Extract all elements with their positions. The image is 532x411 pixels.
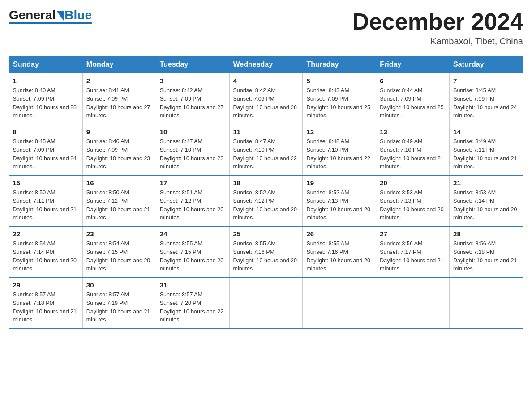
title-section: December 2024 Kambaxoi, Tibet, China xyxy=(352,9,523,47)
day-number: 16 xyxy=(86,179,152,187)
header-thursday: Thursday xyxy=(303,56,376,73)
day-number: 12 xyxy=(306,128,372,136)
day-info: Sunrise: 8:53 AM Sunset: 7:13 PM Dayligh… xyxy=(380,188,446,222)
logo-underline xyxy=(9,22,92,24)
page-header: General Blue December 2024 Kambaxoi, Tib… xyxy=(9,9,523,47)
day-number: 24 xyxy=(160,230,226,238)
day-number: 6 xyxy=(380,77,446,85)
day-number: 22 xyxy=(13,230,79,238)
day-info: Sunrise: 8:50 AM Sunset: 7:11 PM Dayligh… xyxy=(13,188,79,222)
day-number: 26 xyxy=(306,230,372,238)
calendar-week-4: 22 Sunrise: 8:54 AM Sunset: 7:14 PM Dayl… xyxy=(9,226,523,277)
day-number: 28 xyxy=(453,230,519,238)
calendar-week-3: 15 Sunrise: 8:50 AM Sunset: 7:11 PM Dayl… xyxy=(9,175,523,226)
calendar-cell: 29 Sunrise: 8:57 AM Sunset: 7:18 PM Dayl… xyxy=(9,277,83,328)
day-info: Sunrise: 8:44 AM Sunset: 7:09 PM Dayligh… xyxy=(380,86,446,120)
calendar-cell: 31 Sunrise: 8:57 AM Sunset: 7:20 PM Dayl… xyxy=(156,277,229,328)
calendar-cell: 11 Sunrise: 8:47 AM Sunset: 7:10 PM Dayl… xyxy=(229,124,303,175)
location-text: Kambaxoi, Tibet, China xyxy=(352,36,523,47)
calendar-cell: 7 Sunrise: 8:45 AM Sunset: 7:09 PM Dayli… xyxy=(450,73,523,124)
day-number: 23 xyxy=(86,230,152,238)
calendar-cell: 30 Sunrise: 8:57 AM Sunset: 7:19 PM Dayl… xyxy=(82,277,156,328)
calendar-cell: 13 Sunrise: 8:49 AM Sunset: 7:10 PM Dayl… xyxy=(376,124,450,175)
calendar-cell: 15 Sunrise: 8:50 AM Sunset: 7:11 PM Dayl… xyxy=(9,175,83,226)
calendar-cell: 21 Sunrise: 8:53 AM Sunset: 7:14 PM Dayl… xyxy=(450,175,523,226)
day-info: Sunrise: 8:56 AM Sunset: 7:18 PM Dayligh… xyxy=(453,240,519,273)
day-info: Sunrise: 8:52 AM Sunset: 7:13 PM Dayligh… xyxy=(306,188,372,222)
day-number: 18 xyxy=(233,179,299,187)
calendar-cell: 12 Sunrise: 8:48 AM Sunset: 7:10 PM Dayl… xyxy=(303,124,376,175)
calendar-cell: 10 Sunrise: 8:47 AM Sunset: 7:10 PM Dayl… xyxy=(156,124,229,175)
day-info: Sunrise: 8:42 AM Sunset: 7:09 PM Dayligh… xyxy=(160,86,226,120)
calendar-cell: 25 Sunrise: 8:55 AM Sunset: 7:16 PM Dayl… xyxy=(229,226,303,277)
day-number: 27 xyxy=(380,230,446,238)
calendar-cell: 1 Sunrise: 8:40 AM Sunset: 7:09 PM Dayli… xyxy=(9,73,83,124)
calendar-cell: 3 Sunrise: 8:42 AM Sunset: 7:09 PM Dayli… xyxy=(156,73,229,124)
calendar-cell: 24 Sunrise: 8:55 AM Sunset: 7:15 PM Dayl… xyxy=(156,226,229,277)
day-info: Sunrise: 8:45 AM Sunset: 7:09 PM Dayligh… xyxy=(453,86,519,120)
calendar-cell xyxy=(376,277,450,328)
header-sunday: Sunday xyxy=(9,56,83,73)
calendar-cell: 18 Sunrise: 8:52 AM Sunset: 7:12 PM Dayl… xyxy=(229,175,303,226)
day-number: 20 xyxy=(380,179,446,187)
calendar-cell: 28 Sunrise: 8:56 AM Sunset: 7:18 PM Dayl… xyxy=(450,226,523,277)
day-number: 21 xyxy=(453,179,519,187)
calendar-week-2: 8 Sunrise: 8:45 AM Sunset: 7:09 PM Dayli… xyxy=(9,124,523,175)
calendar-cell: 14 Sunrise: 8:49 AM Sunset: 7:11 PM Dayl… xyxy=(450,124,523,175)
day-number: 29 xyxy=(13,281,79,289)
calendar-cell xyxy=(229,277,303,328)
header-saturday: Saturday xyxy=(450,56,523,73)
day-info: Sunrise: 8:46 AM Sunset: 7:09 PM Dayligh… xyxy=(86,137,152,171)
day-number: 17 xyxy=(160,179,226,187)
day-number: 31 xyxy=(160,281,226,289)
calendar-cell: 26 Sunrise: 8:55 AM Sunset: 7:16 PM Dayl… xyxy=(303,226,376,277)
calendar-cell: 5 Sunrise: 8:43 AM Sunset: 7:09 PM Dayli… xyxy=(303,73,376,124)
day-number: 7 xyxy=(453,77,519,85)
calendar-cell: 22 Sunrise: 8:54 AM Sunset: 7:14 PM Dayl… xyxy=(9,226,83,277)
calendar-body: 1 Sunrise: 8:40 AM Sunset: 7:09 PM Dayli… xyxy=(9,73,523,329)
day-info: Sunrise: 8:43 AM Sunset: 7:09 PM Dayligh… xyxy=(306,86,372,120)
day-number: 2 xyxy=(86,77,152,85)
calendar-header: Sunday Monday Tuesday Wednesday Thursday… xyxy=(9,56,523,73)
logo-triangle-icon xyxy=(56,11,64,21)
day-info: Sunrise: 8:50 AM Sunset: 7:12 PM Dayligh… xyxy=(86,188,152,222)
calendar-cell xyxy=(303,277,376,328)
day-info: Sunrise: 8:57 AM Sunset: 7:19 PM Dayligh… xyxy=(86,291,152,324)
day-number: 11 xyxy=(233,128,299,136)
day-number: 14 xyxy=(453,128,519,136)
day-number: 15 xyxy=(13,179,79,187)
header-monday: Monday xyxy=(82,56,156,73)
calendar-cell xyxy=(450,277,523,328)
day-number: 30 xyxy=(86,281,152,289)
weekday-header-row: Sunday Monday Tuesday Wednesday Thursday… xyxy=(9,56,523,73)
day-info: Sunrise: 8:53 AM Sunset: 7:14 PM Dayligh… xyxy=(453,188,519,222)
day-info: Sunrise: 8:54 AM Sunset: 7:15 PM Dayligh… xyxy=(86,240,152,273)
logo: General Blue xyxy=(9,9,92,24)
calendar-cell: 4 Sunrise: 8:42 AM Sunset: 7:09 PM Dayli… xyxy=(229,73,303,124)
month-title: December 2024 xyxy=(352,9,523,34)
day-info: Sunrise: 8:51 AM Sunset: 7:12 PM Dayligh… xyxy=(160,188,226,222)
header-tuesday: Tuesday xyxy=(156,56,229,73)
day-number: 10 xyxy=(160,128,226,136)
day-info: Sunrise: 8:55 AM Sunset: 7:16 PM Dayligh… xyxy=(306,240,372,273)
calendar-week-5: 29 Sunrise: 8:57 AM Sunset: 7:18 PM Dayl… xyxy=(9,277,523,328)
day-info: Sunrise: 8:57 AM Sunset: 7:18 PM Dayligh… xyxy=(13,291,79,324)
day-info: Sunrise: 8:49 AM Sunset: 7:10 PM Dayligh… xyxy=(380,137,446,171)
day-number: 4 xyxy=(233,77,299,85)
day-number: 5 xyxy=(306,77,372,85)
day-info: Sunrise: 8:55 AM Sunset: 7:15 PM Dayligh… xyxy=(160,240,226,273)
day-number: 3 xyxy=(160,77,226,85)
calendar-table: Sunday Monday Tuesday Wednesday Thursday… xyxy=(9,56,523,329)
day-info: Sunrise: 8:49 AM Sunset: 7:11 PM Dayligh… xyxy=(453,137,519,171)
calendar-cell: 16 Sunrise: 8:50 AM Sunset: 7:12 PM Dayl… xyxy=(82,175,156,226)
day-number: 1 xyxy=(13,77,79,85)
calendar-cell: 23 Sunrise: 8:54 AM Sunset: 7:15 PM Dayl… xyxy=(82,226,156,277)
calendar-cell: 9 Sunrise: 8:46 AM Sunset: 7:09 PM Dayli… xyxy=(82,124,156,175)
day-number: 9 xyxy=(86,128,152,136)
header-friday: Friday xyxy=(376,56,450,73)
day-info: Sunrise: 8:45 AM Sunset: 7:09 PM Dayligh… xyxy=(13,137,79,171)
day-info: Sunrise: 8:57 AM Sunset: 7:20 PM Dayligh… xyxy=(160,291,226,324)
calendar-cell: 6 Sunrise: 8:44 AM Sunset: 7:09 PM Dayli… xyxy=(376,73,450,124)
day-number: 25 xyxy=(233,230,299,238)
header-wednesday: Wednesday xyxy=(229,56,303,73)
